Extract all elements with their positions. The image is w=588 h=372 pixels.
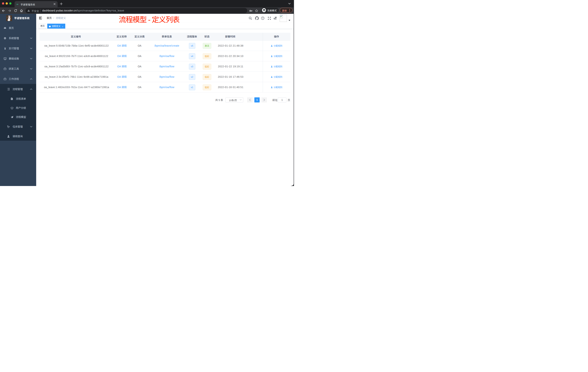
svg-text:¥: ¥	[4, 47, 6, 50]
svg-text:?: ?	[262, 17, 263, 19]
